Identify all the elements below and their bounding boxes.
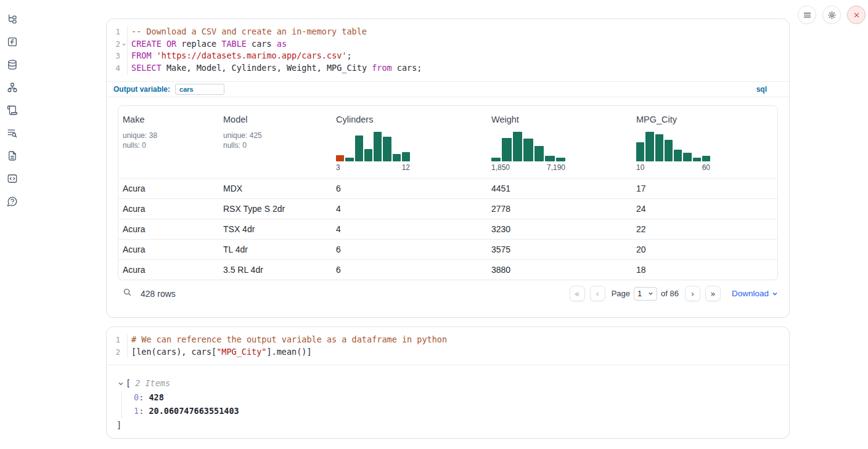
column-header-cylinders[interactable]: Cylinders312 [332,115,487,172]
row-count: 428 rows [141,289,176,299]
download-button[interactable]: Download [732,289,778,298]
column-histogram: 312 [336,132,410,172]
table-cell: 6 [332,265,487,275]
topbar-actions [798,6,866,24]
table-row[interactable]: AcuraMDX6445117 [118,178,777,198]
table-footer: 428 rows « ‹ Page 1 of 86 › » Download [118,280,778,307]
histogram-bar[interactable] [665,140,673,161]
table-cell: RSX Type S 2dr [219,204,332,214]
table-cell: 4 [332,224,487,234]
fold-chevron-icon[interactable] [120,41,127,48]
column-header-weight[interactable]: Weight1,8507,190 [487,115,632,172]
search-icon[interactable] [123,288,132,299]
data-table: Makeunique: 38nulls: 0Modelunique: 425nu… [118,105,778,280]
column-name: Weight [491,115,632,124]
histogram-bar[interactable] [674,150,682,161]
function-icon[interactable] [7,36,18,47]
dependency-graph-icon[interactable] [7,82,18,93]
scratchpad-icon[interactable] [7,105,18,116]
output-variable-input[interactable]: cars [175,84,224,95]
line-number: 4 [107,62,128,75]
help-icon[interactable] [7,196,18,207]
histogram-bar[interactable] [502,138,511,161]
histogram-bar[interactable] [345,158,353,161]
column-name: Make [123,115,219,124]
histogram-bar[interactable] [534,146,544,161]
logs-icon[interactable] [7,127,18,139]
sql-cell: 1-- Download a CSV and create an in-memo… [106,18,790,318]
sidebar [0,0,27,449]
documentation-icon[interactable] [7,150,18,161]
menu-button[interactable] [798,6,816,24]
histogram-bar[interactable] [513,132,522,161]
next-page-button[interactable]: › [685,286,700,301]
histogram-bar[interactable] [545,156,554,161]
table-row[interactable]: AcuraTSX 4dr4323022 [118,219,777,239]
snippets-icon[interactable] [7,173,18,184]
prev-page-button[interactable]: ‹ [590,286,605,301]
table-cell: 6 [332,245,487,254]
table-row[interactable]: AcuraTL 4dr6357520 [118,239,777,259]
histogram-bar[interactable] [523,139,533,161]
code-line: 2CREATE OR replace TABLE cars as [107,38,789,51]
output-entry: 0: 428 [134,390,789,405]
histogram-bar[interactable] [693,158,701,161]
chevron-down-icon [772,291,778,297]
histogram-bar[interactable] [336,155,344,161]
file-tree-icon[interactable] [7,14,18,25]
histogram-bar[interactable] [402,152,410,161]
close-button[interactable] [847,6,866,24]
code-line: 3FROM 'https://datasets.marimo.app/cars.… [107,50,789,62]
column-histogram: 1,8507,190 [491,132,565,172]
page-total-label: of 86 [661,289,679,298]
histogram-bar[interactable] [683,153,691,161]
histogram-bar[interactable] [374,132,382,161]
line-number: 2 [107,38,128,51]
open-bracket: [ [126,376,131,390]
histogram-bar[interactable] [636,142,644,161]
line-number: 3 [107,50,128,62]
column-header-model[interactable]: Modelunique: 425nulls: 0 [219,115,332,172]
histogram-bar[interactable] [655,134,663,161]
table-cell: 6 [332,184,487,193]
code-line: 1-- Download a CSV and create an in-memo… [107,26,789,38]
page-select[interactable]: 1 [634,287,657,301]
output-variable-strip: Output variable: cars sql [107,81,789,97]
table-cell: 3575 [487,245,632,254]
table-row[interactable]: Acura3.5 RL 4dr6388018 [118,259,777,280]
column-header-mpg_city[interactable]: MPG_City1060 [632,115,778,172]
python-output: [ 2 Items 0: 4281: 20.060747663551403 ] [107,365,789,432]
table-cell: 3880 [487,265,632,275]
column-histogram: 1060 [636,132,710,172]
histogram-bar[interactable] [556,158,565,161]
table-body: AcuraMDX6445117AcuraRSX Type S 2dr427782… [118,178,777,280]
table-cell: 4 [332,204,487,214]
column-name: Cylinders [336,115,487,124]
histogram-bar[interactable] [355,136,363,161]
column-header-make[interactable]: Makeunique: 38nulls: 0 [118,115,219,172]
table-cell: TL 4dr [219,245,332,254]
database-icon[interactable] [7,59,18,70]
histogram-bar[interactable] [364,149,372,161]
table-cell: 3230 [487,224,632,234]
histogram-bar[interactable] [645,132,653,161]
histogram-bar[interactable] [393,154,401,161]
histogram-bar[interactable] [702,156,710,161]
line-number: 1 [107,334,128,346]
line-number: 1 [107,26,128,38]
python-cell: 1# We can reference the output variable … [106,326,790,439]
settings-button[interactable] [822,6,841,24]
python-code-editor[interactable]: 1# We can reference the output variable … [107,327,789,365]
table-cell: Acura [118,245,219,254]
histogram-bar[interactable] [491,158,501,161]
histogram-bar[interactable] [383,137,391,161]
last-page-button[interactable]: » [705,286,721,301]
table-row[interactable]: AcuraRSX Type S 2dr4277824 [118,198,777,219]
table-cell: Acura [118,204,219,214]
column-name: Model [223,115,332,124]
collapse-chevron-icon[interactable] [118,381,124,387]
sql-code-editor[interactable]: 1-- Download a CSV and create an in-memo… [107,19,789,81]
table-cell: Acura [118,224,219,234]
first-page-button[interactable]: « [570,286,585,301]
code-line: 1# We can reference the output variable … [107,334,789,346]
